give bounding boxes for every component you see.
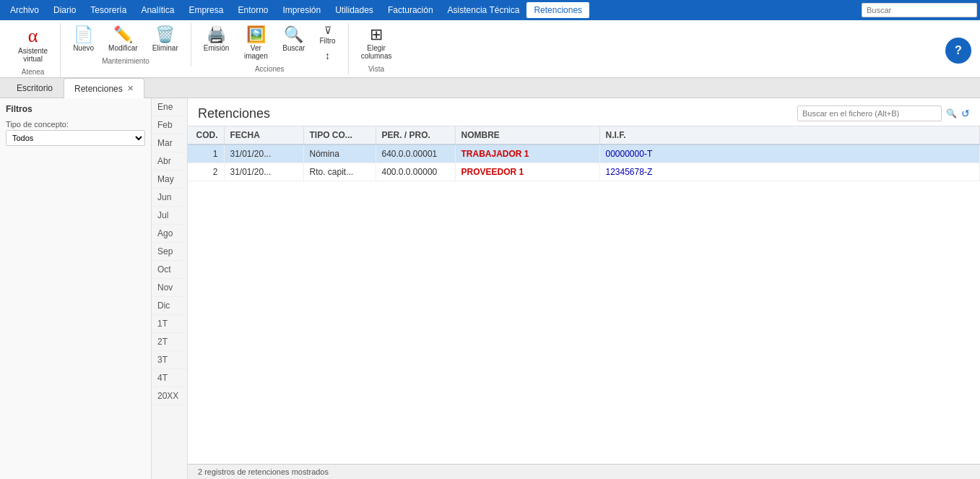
cell-cod: 2 [188, 163, 224, 181]
nuevo-label: Nuevo [73, 44, 94, 52]
refresh-icon[interactable]: ↺ [961, 108, 970, 119]
cal-jun[interactable]: Jun [152, 189, 187, 207]
buscar-icon: 🔍 [284, 27, 303, 43]
ribbon-btn-emision[interactable]: 🖨️ Emisión [197, 23, 236, 56]
ribbon-btn-nuevo[interactable]: 📄 Nuevo [66, 23, 100, 56]
cal-may[interactable]: May [152, 171, 187, 189]
table-header-row: COD. FECHA TIPO CO... PER. / PRO. NOMBRE… [188, 126, 980, 144]
cal-4t[interactable]: 4T [152, 369, 187, 387]
ribbon-btn-asistente[interactable]: α Asistentevirtual [12, 23, 54, 66]
th-nif[interactable]: N.I.F. [599, 126, 980, 144]
elegir-columnas-icon: ⊞ [370, 27, 383, 43]
menu-item-tesoreria[interactable]: Tesorería [83, 2, 134, 18]
ribbon-btn-elegir-columnas[interactable]: ⊞ Elegircolumnas [355, 23, 399, 64]
page: Archivo Diario Tesorería Analítica Empre… [0, 0, 980, 479]
tab-retenciones[interactable]: Retenciones ✕ [64, 78, 144, 98]
ribbon-btn-eliminar[interactable]: 🗑️ Eliminar [146, 23, 185, 56]
menu-item-empresa[interactable]: Empresa [181, 2, 230, 18]
cal-oct[interactable]: Oct [152, 261, 187, 279]
modificar-label: Modificar [108, 44, 138, 52]
menu-item-asistencia[interactable]: Asistencia Técnica [441, 2, 527, 18]
cal-jul[interactable]: Jul [152, 207, 187, 225]
cal-abr[interactable]: Abr [152, 152, 187, 171]
th-tipo[interactable]: TIPO CO... [303, 126, 376, 144]
th-per[interactable]: PER. / PRO. [376, 126, 455, 144]
table-row[interactable]: 2 31/01/20... Rto. capit... 400.0.0.0000… [188, 163, 980, 181]
cal-dic[interactable]: Dic [152, 297, 187, 315]
help-button[interactable]: ? [945, 38, 971, 64]
filtro-icon: ⊽ [324, 25, 331, 35]
filters-title: Filtros [6, 104, 145, 114]
th-fecha[interactable]: FECHA [224, 126, 303, 144]
left-panel: Filtros Tipo de concepto: Todos Nómina R… [0, 98, 152, 479]
ribbon-btn-ver-imagen[interactable]: 🖼️ Verimagen [237, 23, 274, 64]
sort-icon: ↕ [325, 51, 330, 61]
mantenimiento-label: Mantenimiento [102, 57, 149, 65]
ribbon-btn-sort[interactable]: ↕ [313, 48, 342, 63]
emision-label: Emisión [204, 44, 230, 52]
status-bar: 2 registros de retenciones mostrados [188, 464, 980, 479]
menu-search [862, 3, 977, 17]
modificar-icon: ✏️ [113, 27, 133, 43]
ribbon-btn-buscar[interactable]: 🔍 Buscar [276, 23, 311, 56]
cal-3t[interactable]: 3T [152, 351, 187, 369]
ribbon-btn-filtro[interactable]: ⊽ Filtro [313, 23, 342, 47]
cal-sep[interactable]: Sep [152, 243, 187, 261]
content-search-input[interactable] [797, 105, 942, 121]
menu-item-archivo[interactable]: Archivo [3, 2, 46, 18]
ribbon-btn-modificar[interactable]: ✏️ Modificar [102, 23, 144, 56]
cal-1t[interactable]: 1T [152, 315, 187, 333]
menu-item-diario[interactable]: Diario [46, 2, 83, 18]
ribbon-buttons-acciones: 🖨️ Emisión 🖼️ Verimagen 🔍 Buscar ⊽ Filtr… [197, 23, 342, 64]
table-row[interactable]: 1 31/01/20... Nómina 640.0.0.00001 TRABA… [188, 144, 980, 163]
ribbon-buttons-atenea: α Asistentevirtual [12, 23, 54, 66]
th-nombre[interactable]: NOMBRE [455, 126, 599, 144]
table-body: 1 31/01/20... Nómina 640.0.0.00001 TRABA… [188, 144, 980, 181]
menu-item-entorno[interactable]: Entorno [230, 2, 275, 18]
ver-imagen-label: Verimagen [244, 44, 268, 60]
cell-tipo: Rto. capit... [303, 163, 376, 181]
cal-2t[interactable]: 2T [152, 333, 187, 351]
eliminar-label: Eliminar [152, 44, 178, 52]
menu-item-impresion[interactable]: Impresión [275, 2, 328, 18]
menu-item-retenciones[interactable]: Retenciones [526, 2, 589, 18]
th-cod[interactable]: COD. [188, 126, 224, 144]
asistente-icon: α [28, 27, 38, 46]
page-title: Retenciones [198, 106, 270, 121]
nuevo-icon: 📄 [74, 27, 93, 43]
menu-search-input[interactable] [862, 3, 977, 17]
ribbon-buttons-mantenimiento: 📄 Nuevo ✏️ Modificar 🗑️ Eliminar [66, 23, 185, 56]
ribbon-group-acciones: 🖨️ Emisión 🖼️ Verimagen 🔍 Buscar ⊽ Filtr… [191, 23, 349, 74]
menu-item-facturacion[interactable]: Facturación [381, 2, 441, 18]
calendar-panel: Ene Feb Mar Abr May Jun Jul Ago Sep Oct … [152, 98, 188, 479]
cell-fecha: 31/01/20... [224, 144, 303, 163]
search-icon[interactable]: 🔍 [946, 108, 957, 118]
ribbon-buttons-vista: ⊞ Elegircolumnas [355, 23, 399, 64]
data-table: COD. FECHA TIPO CO... PER. / PRO. NOMBRE… [188, 126, 980, 181]
ribbon-group-mantenimiento: 📄 Nuevo ✏️ Modificar 🗑️ Eliminar Manteni… [61, 23, 191, 66]
tab-retenciones-label: Retenciones [74, 84, 123, 94]
cell-nif: 00000000-T [599, 144, 980, 163]
status-text: 2 registros de retenciones mostrados [198, 467, 329, 476]
table-wrapper[interactable]: COD. FECHA TIPO CO... PER. / PRO. NOMBRE… [188, 126, 980, 464]
cal-ago[interactable]: Ago [152, 225, 187, 243]
filtro-label: Filtro [319, 37, 335, 45]
filtro-sort-group: ⊽ Filtro ↕ [313, 23, 342, 63]
cell-tipo: Nómina [303, 144, 376, 163]
tab-retenciones-close[interactable]: ✕ [127, 84, 134, 93]
cal-year[interactable]: 20XX [152, 387, 187, 405]
cal-nov[interactable]: Nov [152, 279, 187, 297]
acciones-label: Acciones [255, 65, 285, 73]
cell-nif: 12345678-Z [599, 163, 980, 181]
ribbon: α Asistentevirtual Atenea 📄 Nuevo ✏️ Mod… [0, 20, 980, 78]
cal-ene[interactable]: Ene [152, 98, 187, 116]
tipo-concepto-select[interactable]: Todos Nómina Rto. capital [6, 130, 145, 146]
ver-imagen-icon: 🖼️ [246, 27, 266, 43]
tipo-concepto-label: Tipo de concepto: [6, 120, 145, 129]
cal-mar[interactable]: Mar [152, 134, 187, 152]
tab-escritorio[interactable]: Escritorio [6, 78, 64, 98]
menu-item-utilidades[interactable]: Utilidades [328, 2, 381, 18]
eliminar-icon: 🗑️ [155, 27, 175, 43]
cal-feb[interactable]: Feb [152, 116, 187, 134]
menu-item-analitica[interactable]: Analítica [134, 2, 181, 18]
